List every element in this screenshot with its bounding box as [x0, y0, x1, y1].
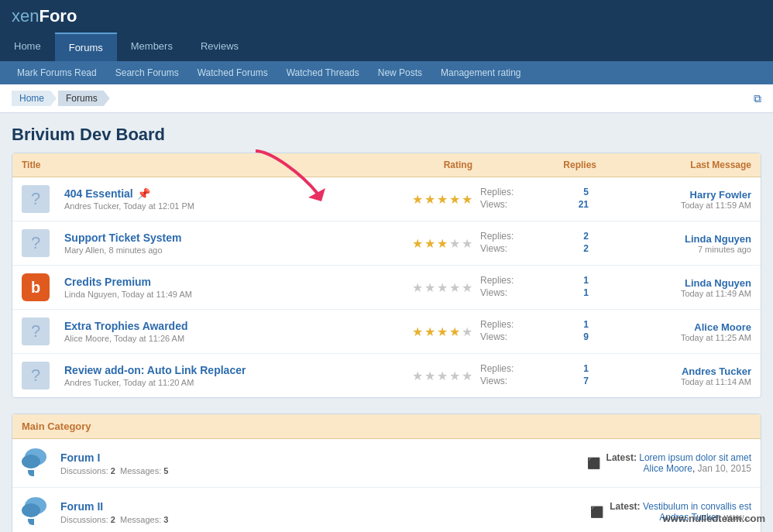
avatar: ? — [22, 185, 50, 213]
category-header: Main Category — [12, 414, 761, 439]
last-message-time: Today at 11:14 AM — [596, 377, 751, 386]
rss-icon: ⬛ — [587, 457, 600, 469]
last-message-user[interactable]: Harry Fowler — [596, 189, 751, 201]
rating-cell: ★ ★ ★ ★ ★ — [333, 280, 472, 295]
forum-subtitle: Alice Moore, Today at 11:26 AM — [64, 334, 333, 343]
logo-xen: xen — [12, 6, 39, 26]
star-3: ★ — [437, 369, 448, 383]
tab-members[interactable]: Members — [117, 33, 187, 61]
views-value: 1 — [583, 287, 589, 298]
avatar: ? — [22, 229, 50, 257]
forum-title-link[interactable]: Support Ticket System — [64, 232, 181, 244]
subnav-mark-read[interactable]: Mark Forums Read — [8, 61, 106, 84]
forum-info-title[interactable]: Forum II — [60, 500, 406, 513]
replies-value: 5 — [583, 187, 589, 197]
latest-post-link[interactable]: Vestibulum in convallis est — [643, 501, 751, 512]
forum-title-link[interactable]: Extra Trophies Awarded — [64, 320, 188, 332]
subnav-watched-forums[interactable]: Watched Forums — [188, 61, 277, 84]
views-value: 21 — [579, 199, 589, 210]
last-message-user[interactable]: Andres Tucker — [596, 366, 751, 377]
views-label: Views: — [480, 243, 507, 254]
star-1: ★ — [412, 369, 423, 383]
forum-title-link[interactable]: 404 Essential — [64, 187, 133, 200]
forum-subtitle: Andres Tucker, Today at 11:20 AM — [64, 378, 333, 387]
views-label: Views: — [480, 287, 507, 298]
last-message-cell: Harry Fowler Today at 11:59 AM — [596, 189, 751, 210]
star-1: ★ — [412, 280, 423, 295]
page-title: Brivium Dev Board — [12, 125, 761, 145]
replies-value: 1 — [583, 319, 589, 330]
replies-label: Replies: — [480, 275, 514, 286]
star-4: ★ — [449, 324, 460, 339]
last-message-cell: Linda Nguyen Today at 11:49 AM — [596, 277, 751, 298]
replies-cell: Replies: 1 Views: 1 — [472, 275, 596, 300]
subnav-watched-threads[interactable]: Watched Threads — [277, 61, 369, 84]
breadcrumb: Home Forums — [12, 91, 110, 106]
forum-title-cell: 404 Essential 📌 Andres Tucker, Today at … — [60, 187, 333, 211]
tab-forums[interactable]: Forums — [55, 33, 117, 61]
star-5: ★ — [462, 192, 472, 207]
forum-title-cell: Support Ticket System Mary Allen, 8 minu… — [60, 232, 333, 255]
last-message-user[interactable]: Linda Nguyen — [596, 233, 751, 245]
forum-table-header: Title Rating Replies Last Message — [12, 153, 761, 177]
category-title: Main Category — [22, 420, 751, 432]
subnav-new-posts[interactable]: New Posts — [369, 61, 431, 84]
main-tabs: Home Forums Members Reviews — [0, 33, 773, 61]
table-row: ? Support Ticket System Mary Allen, 8 mi… — [12, 221, 761, 266]
forum-title-link[interactable]: Review add-on: Auto Link Replacer — [64, 364, 246, 376]
last-message-time: 7 minutes ago — [596, 245, 751, 254]
last-message-cell: Alice Moore Today at 11:25 AM — [596, 321, 751, 342]
views-label: Views: — [480, 199, 507, 210]
forum-subtitle: Andres Tucker, Today at 12:01 PM — [64, 201, 333, 211]
star-4: ★ — [449, 369, 460, 383]
breadcrumb-home[interactable]: Home — [12, 91, 57, 106]
replies-cell: Replies: 1 Views: 9 — [472, 319, 596, 344]
last-message-user[interactable]: Linda Nguyen — [596, 277, 751, 289]
views-value: 9 — [583, 331, 589, 342]
views-label: Views: — [480, 331, 507, 342]
table-row: ? Review add-on: Auto Link Replacer Andr… — [12, 354, 761, 397]
replies-label: Replies: — [480, 187, 514, 197]
forum-info-title[interactable]: Forum I — [60, 451, 406, 464]
header-replies: Replies — [472, 160, 596, 170]
star-3: ★ — [437, 324, 448, 339]
star-2: ★ — [424, 369, 435, 383]
star-1: ★ — [412, 236, 423, 251]
forum-title-link[interactable]: Credits Premium — [64, 276, 151, 288]
star-3: ★ — [437, 236, 448, 251]
subnav-search[interactable]: Search Forums — [106, 61, 188, 84]
star-5: ★ — [462, 280, 472, 295]
speech-bubble-tail — [28, 519, 34, 525]
list-item: Forum I Discussions: 2 Messages: 5 ⬛ Lat… — [12, 439, 761, 488]
tab-home[interactable]: Home — [0, 33, 55, 61]
star-4: ★ — [449, 192, 460, 207]
latest-post-link[interactable]: Lorem ipsum dolor sit amet — [639, 452, 751, 463]
avatar: ? — [22, 317, 50, 345]
star-5: ★ — [462, 369, 472, 383]
forum-table: Title Rating Replies Last Message ? 404 … — [12, 153, 761, 398]
logo-foro: Foro — [39, 6, 77, 26]
logo: xenForo — [0, 0, 88, 33]
star-2: ★ — [424, 236, 435, 251]
breadcrumb-forums[interactable]: Forums — [58, 91, 110, 106]
tab-reviews[interactable]: Reviews — [187, 33, 253, 61]
last-message-cell: Linda Nguyen 7 minutes ago — [596, 233, 751, 254]
speech-bubble-front — [22, 503, 40, 517]
header-title: Title — [22, 160, 333, 170]
star-2: ★ — [424, 192, 435, 207]
avatar-brivium: b — [22, 273, 50, 301]
forum-icon — [22, 497, 51, 527]
replies-cell: Replies: 5 Views: 21 — [472, 187, 596, 211]
header-rating: Rating — [333, 160, 472, 170]
last-message-user[interactable]: Alice Moore — [596, 321, 751, 333]
star-1: ★ — [412, 324, 423, 339]
last-message-time: Today at 11:49 AM — [596, 289, 751, 298]
sub-nav: Mark Forums Read Search Forums Watched F… — [0, 61, 773, 84]
replies-value: 1 — [583, 275, 589, 286]
star-4: ★ — [449, 280, 460, 295]
table-row: b Credits Premium Linda Nguyen, Today at… — [12, 266, 761, 310]
subnav-management[interactable]: Management rating — [431, 61, 530, 84]
external-link-icon[interactable]: ⧉ — [754, 92, 761, 105]
star-3: ★ — [437, 192, 448, 207]
forum-info: Forum I Discussions: 2 Messages: 5 — [60, 451, 406, 475]
